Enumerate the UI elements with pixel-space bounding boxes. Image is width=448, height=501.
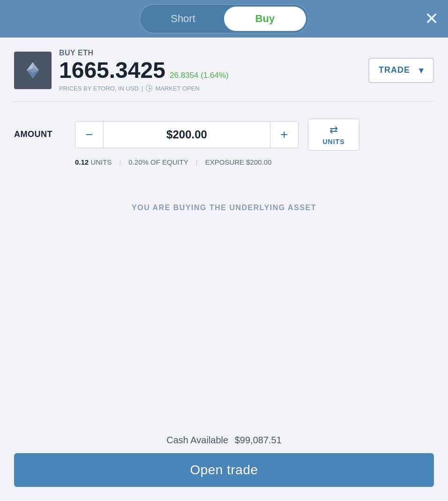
asset-row: BUY ETH 1665.3425 26.8354 (1.64%) PRICES…: [14, 38, 434, 102]
close-button[interactable]: ✕: [425, 10, 439, 27]
amount-section: AMOUNT − + ⇄ UNITS 0.12 UNITS | 0.20% OF…: [14, 102, 434, 175]
dropdown-arrow-icon: ▾: [419, 65, 424, 76]
eth-icon: [22, 60, 43, 81]
price-source-text: PRICES BY ETORO, IN USD: [59, 85, 139, 92]
cash-value: $99,087.51: [235, 435, 282, 445]
asset-price: 1665.3425: [59, 58, 165, 83]
amount-increase-button[interactable]: +: [270, 121, 298, 148]
detail-separator-2: |: [196, 158, 198, 166]
amount-label: AMOUNT: [14, 129, 66, 139]
amount-controls: − +: [75, 121, 299, 148]
header: Short Buy ✕: [0, 0, 448, 38]
units-toggle-button[interactable]: ⇄ UNITS: [308, 119, 359, 151]
amount-input[interactable]: [104, 121, 270, 148]
asset-action-symbol: BUY ETH: [59, 49, 229, 57]
clock-icon: [146, 85, 152, 91]
exposure: EXPOSURE $200.00: [205, 158, 272, 166]
detail-separator-1: |: [119, 158, 121, 166]
units-switch-icon: ⇄: [329, 124, 338, 136]
trade-dropdown-label: TRADE: [379, 65, 410, 75]
footer: Cash Available $99,087.51 Open trade: [0, 425, 448, 501]
market-status: MARKET OPEN: [155, 85, 199, 92]
price-change: 26.8354 (1.64%): [167, 71, 228, 80]
amount-details: 0.12 UNITS | 0.20% OF EQUITY | EXPOSURE …: [14, 158, 434, 166]
amount-row: AMOUNT − + ⇄ UNITS: [14, 119, 434, 151]
trade-dropdown[interactable]: TRADE ▾: [368, 58, 434, 83]
units-toggle-label: UNITS: [323, 138, 345, 145]
equity-pct: 0.20% OF EQUITY: [128, 158, 188, 166]
asset-price-row: 1665.3425 26.8354 (1.64%): [59, 58, 229, 83]
cash-available-row: Cash Available $99,087.51: [14, 435, 434, 446]
price-meta: PRICES BY ETORO, IN USD | MARKET OPEN: [59, 85, 229, 92]
underlying-asset-notice: YOU ARE BUYING THE UNDERLYING ASSET: [14, 175, 434, 240]
open-trade-button[interactable]: Open trade: [14, 453, 434, 487]
main-content: BUY ETH 1665.3425 26.8354 (1.64%) PRICES…: [0, 38, 448, 501]
amount-decrease-button[interactable]: −: [75, 121, 104, 148]
units-value: 0.12 UNITS: [75, 158, 112, 166]
cash-label: Cash Available: [166, 435, 228, 445]
asset-info: BUY ETH 1665.3425 26.8354 (1.64%) PRICES…: [59, 49, 229, 92]
asset-logo: [14, 52, 52, 89]
asset-left: BUY ETH 1665.3425 26.8354 (1.64%) PRICES…: [14, 49, 229, 92]
buy-button[interactable]: Buy: [224, 7, 306, 31]
separator: |: [142, 85, 143, 92]
trade-type-toggle: Short Buy: [140, 4, 308, 33]
short-button[interactable]: Short: [142, 7, 224, 31]
